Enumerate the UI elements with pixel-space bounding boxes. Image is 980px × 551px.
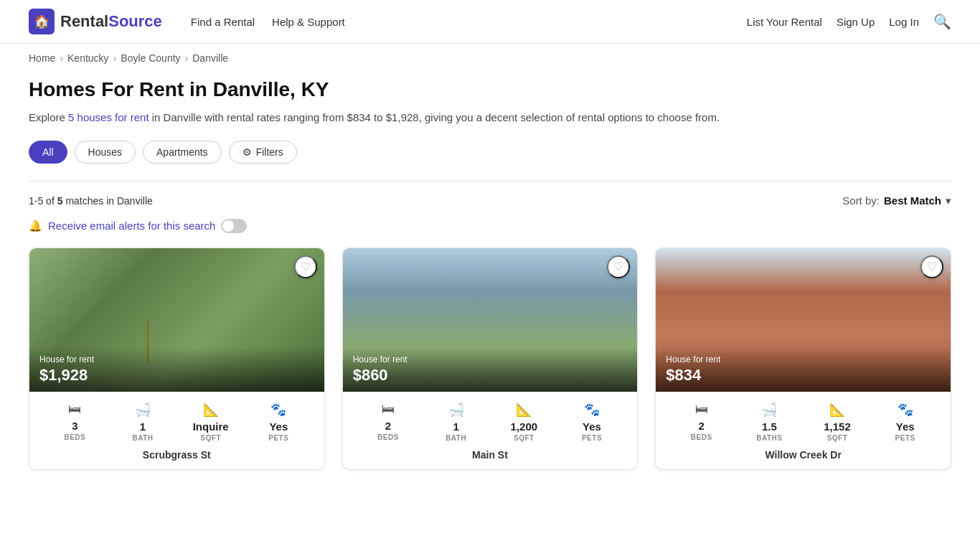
spec-beds-2: 🛏 2 BEDS — [354, 402, 423, 441]
baths-value-1: 1 — [140, 420, 146, 433]
favorite-button-2[interactable]: ♡ — [607, 255, 630, 278]
beds-value-1: 3 — [72, 420, 77, 432]
sqft-label-2: SQFT — [514, 434, 534, 442]
logo-text: RentalSource — [60, 12, 162, 31]
price-1: $1,928 — [39, 366, 314, 385]
card-overlay-3: House for rent $834 — [656, 347, 951, 392]
sqft-icon-2: 📐 — [516, 402, 532, 418]
tab-all[interactable]: All — [29, 141, 67, 164]
bath-icon-3: 🛁 — [761, 402, 777, 418]
address-2[interactable]: Main St — [354, 449, 626, 461]
logo-icon: 🏠 — [29, 9, 55, 34]
spec-baths-2: 🛁 1 BATH — [422, 402, 490, 442]
sqft-icon-3: 📐 — [829, 402, 845, 418]
nav-right: List Your Rental Sign Up Log In 🔍 — [747, 13, 951, 30]
rent-label-2: House for rent — [353, 354, 628, 364]
breadcrumb-boyle-county[interactable]: Boyle County — [121, 52, 180, 64]
filters-button[interactable]: ⚙ Filters — [229, 141, 297, 164]
specs-row-1: 🛏 3 BEDS 🛁 1 BATH 📐 Inquire SQFT — [41, 402, 313, 442]
address-3[interactable]: Willow Creek Dr — [667, 449, 939, 461]
spec-sqft-2: 📐 1,200 SQFT — [490, 402, 558, 442]
price-3: $834 — [666, 366, 941, 385]
card-details-2: 🛏 2 BEDS 🛁 1 BATH 📐 1,200 SQFT — [343, 392, 638, 469]
beds-label-3: BEDS — [691, 433, 712, 441]
sqft-value-1: Inquire — [193, 420, 229, 433]
pets-label-3: PETS — [895, 434, 915, 442]
spec-baths-1: 🛁 1 BATH — [109, 402, 177, 442]
baths-label-2: BATH — [446, 434, 466, 442]
card-details-1: 🛏 3 BEDS 🛁 1 BATH 📐 Inquire SQFT — [29, 392, 324, 469]
nav-log-in[interactable]: Log In — [889, 16, 919, 28]
breadcrumb-home[interactable]: Home — [29, 52, 55, 64]
listing-card-1: House for rent $1,928 ♡ 🛏 3 BEDS 🛁 1 BAT… — [29, 248, 325, 470]
spec-pets-3: 🐾 Yes PETS — [871, 402, 939, 442]
address-1[interactable]: Scrubgrass St — [41, 449, 313, 461]
listing-card-3: House for rent $834 ♡ 🛏 2 BEDS 🛁 1.5 BAT… — [655, 248, 951, 470]
breadcrumb-sep-1: › — [60, 52, 63, 64]
page-title: Homes For Rent in Danville, KY — [29, 78, 951, 101]
nav-find-rental[interactable]: Find a Rental — [191, 16, 255, 28]
listing-image-1: House for rent $1,928 ♡ — [29, 248, 324, 392]
listings-grid: House for rent $1,928 ♡ 🛏 3 BEDS 🛁 1 BAT… — [29, 248, 951, 470]
rent-label-3: House for rent — [666, 354, 941, 364]
page-subtitle: Explore 5 houses for rent in Danville wi… — [29, 110, 951, 126]
logo[interactable]: 🏠 RentalSource — [29, 9, 162, 34]
nav-list-rental[interactable]: List Your Rental — [747, 16, 822, 28]
card-overlay-2: House for rent $860 — [343, 347, 638, 392]
filter-icon: ⚙ — [242, 146, 252, 158]
email-alert-toggle[interactable] — [221, 219, 247, 233]
baths-value-3: 1.5 — [762, 420, 777, 433]
subtitle-before: Explore — [29, 111, 68, 123]
spec-pets-1: 🐾 Yes PETS — [245, 402, 313, 442]
bed-icon-2: 🛏 — [382, 402, 395, 417]
pets-icon-2: 🐾 — [584, 402, 600, 418]
spec-sqft-3: 📐 1,152 SQFT — [804, 402, 872, 442]
results-total: 5 — [57, 195, 63, 207]
email-alert-link[interactable]: Receive email alerts for this search — [48, 220, 215, 232]
card-details-3: 🛏 2 BEDS 🛁 1.5 BATHS 📐 1,152 SQFT — [656, 392, 951, 469]
nav-sign-up[interactable]: Sign Up — [837, 16, 875, 28]
sort-value: Best Match — [884, 194, 941, 207]
spec-pets-2: 🐾 Yes PETS — [558, 402, 626, 442]
tab-apartments[interactable]: Apartments — [143, 141, 222, 164]
pets-icon-3: 🐾 — [897, 402, 913, 418]
breadcrumb-sep-3: › — [185, 52, 189, 64]
spec-baths-3: 🛁 1.5 BATHS — [735, 402, 804, 442]
rent-label-1: House for rent — [39, 354, 314, 364]
favorite-button-1[interactable]: ♡ — [294, 255, 317, 278]
breadcrumb: Home › Kentucky › Boyle County › Danvill… — [0, 44, 980, 72]
beds-value-2: 2 — [385, 420, 391, 432]
breadcrumb-kentucky[interactable]: Kentucky — [67, 52, 109, 64]
nav-left: Find a Rental Help & Support — [191, 16, 345, 28]
filter-row: All Houses Apartments ⚙ Filters — [29, 141, 951, 164]
subtitle-link[interactable]: 5 houses for rent — [68, 111, 149, 123]
sqft-icon-1: 📐 — [203, 402, 219, 418]
results-bar: 1-5 of 5 matches in Danville Sort by: Be… — [29, 181, 951, 219]
specs-row-2: 🛏 2 BEDS 🛁 1 BATH 📐 1,200 SQFT — [354, 402, 626, 442]
header: 🏠 RentalSource Find a Rental Help & Supp… — [0, 0, 980, 44]
baths-label-3: BATHS — [756, 434, 782, 442]
results-count-text: 1-5 of — [29, 195, 57, 207]
pets-label-1: PETS — [268, 434, 288, 442]
search-icon[interactable]: 🔍 — [933, 13, 951, 30]
spec-beds-1: 🛏 3 BEDS — [41, 402, 109, 441]
main-content: Homes For Rent in Danville, KY Explore 5… — [0, 78, 980, 499]
favorite-button-3[interactable]: ♡ — [920, 255, 943, 278]
email-alert-row: 🔔 Receive email alerts for this search — [29, 219, 951, 233]
sort-by[interactable]: Sort by: Best Match ▾ — [842, 194, 951, 207]
filters-label: Filters — [256, 146, 283, 158]
bell-icon: 🔔 — [29, 220, 42, 232]
sqft-value-2: 1,200 — [511, 420, 538, 433]
tab-houses[interactable]: Houses — [75, 141, 136, 164]
pets-value-3: Yes — [896, 420, 915, 433]
spec-sqft-1: 📐 Inquire SQFT — [176, 402, 245, 442]
listing-card-2: House for rent $860 ♡ 🛏 2 BEDS 🛁 1 BATH — [342, 248, 639, 470]
nav-help-support[interactable]: Help & Support — [272, 16, 345, 28]
pets-label-2: PETS — [582, 434, 602, 442]
logo-regular: Rental — [60, 12, 108, 30]
bath-icon-2: 🛁 — [448, 402, 464, 418]
spec-beds-3: 🛏 2 BEDS — [667, 402, 735, 441]
listing-image-2: House for rent $860 ♡ — [343, 248, 638, 392]
logo-brand: Source — [108, 12, 162, 30]
breadcrumb-danville[interactable]: Danville — [192, 52, 228, 64]
